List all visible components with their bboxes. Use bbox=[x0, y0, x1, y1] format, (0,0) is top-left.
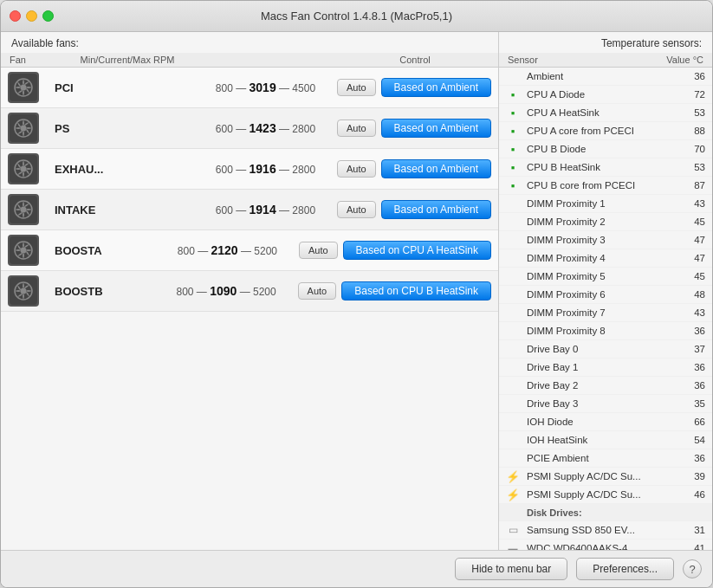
sensor-icon bbox=[506, 342, 520, 356]
fan-auto-button[interactable]: Auto bbox=[299, 242, 338, 259]
sensor-row[interactable]: IOH Diode66 bbox=[499, 413, 712, 431]
fan-auto-button[interactable]: Auto bbox=[337, 79, 376, 96]
fan-name: PCI bbox=[51, 81, 194, 94]
sensor-name: DIMM Proximity 1 bbox=[527, 198, 662, 209]
window-controls bbox=[10, 10, 54, 22]
preferences-button[interactable]: Preferences... bbox=[576, 558, 674, 580]
sensor-name: DIMM Proximity 8 bbox=[527, 326, 662, 336]
disk-row[interactable]: ▭Samsung SSD 850 EV...31 bbox=[499, 521, 712, 540]
chip-icon: ▪ bbox=[511, 88, 515, 101]
sensor-name: PSMI Supply AC/DC Su... bbox=[527, 489, 662, 500]
sensor-row[interactable]: DIMM Proximity 648 bbox=[499, 286, 712, 304]
fan-control: AutoBased on Ambient bbox=[337, 200, 491, 219]
help-button[interactable]: ? bbox=[683, 559, 702, 578]
sensor-row[interactable]: ▪CPU B Diode70 bbox=[499, 140, 712, 158]
sensor-icon bbox=[506, 269, 520, 283]
sensor-row[interactable]: IOH HeatSink54 bbox=[499, 431, 712, 449]
sensor-value: 36 bbox=[662, 380, 705, 391]
sensor-row[interactable]: ▪CPU B HeatSink53 bbox=[499, 158, 712, 177]
temp-table-header: Sensor Value °C bbox=[499, 53, 712, 68]
fan-rpm: 600 — 1914 — 2800 bbox=[194, 203, 337, 216]
app-window: Macs Fan Control 1.4.8.1 (MacPro5,1) Ava… bbox=[0, 0, 713, 588]
sensor-name: Drive Bay 1 bbox=[527, 362, 662, 372]
temp-section-header: Temperature sensors: bbox=[499, 32, 712, 53]
sensor-name: CPU B HeatSink bbox=[527, 162, 662, 172]
sensor-row[interactable]: DIMM Proximity 245 bbox=[499, 213, 712, 231]
fan-control-button[interactable]: Based on Ambient bbox=[381, 159, 491, 178]
chip-icon: ▪ bbox=[511, 143, 515, 156]
fan-row: INTAKE600 — 1914 — 2800AutoBased on Ambi… bbox=[1, 190, 498, 230]
fan-control: AutoBased on Ambient bbox=[337, 159, 491, 178]
sensor-row[interactable]: DIMM Proximity 743 bbox=[499, 304, 712, 322]
hide-to-menu-bar-button[interactable]: Hide to menu bar bbox=[455, 558, 567, 580]
sensor-icon bbox=[506, 360, 520, 374]
fan-auto-button[interactable]: Auto bbox=[337, 201, 376, 218]
sensor-row[interactable]: DIMM Proximity 143 bbox=[499, 195, 712, 213]
sensor-name: DIMM Proximity 5 bbox=[527, 271, 662, 281]
fan-auto-button[interactable]: Auto bbox=[337, 160, 376, 178]
sensor-value: 47 bbox=[662, 253, 705, 263]
sensor-row[interactable]: ▪CPU B core from PCECI87 bbox=[499, 177, 712, 195]
fan-control-button[interactable]: Based on Ambient bbox=[381, 200, 491, 219]
sensor-value: 66 bbox=[662, 417, 705, 427]
sensor-icon bbox=[506, 451, 520, 465]
sensor-name: PCIE Ambient bbox=[527, 453, 662, 463]
sensor-value: 88 bbox=[662, 126, 705, 136]
sensor-row[interactable]: ▪CPU A core from PCECI88 bbox=[499, 122, 712, 140]
col-value-header: Value °C bbox=[651, 55, 703, 65]
sensor-name: Drive Bay 3 bbox=[527, 398, 662, 409]
fan-auto-button[interactable]: Auto bbox=[298, 282, 337, 300]
disk-row[interactable]: ▬WDC WD6400AAKS-4...41 bbox=[499, 540, 712, 550]
sensor-row[interactable]: DIMM Proximity 347 bbox=[499, 231, 712, 249]
sensor-name: Ambient bbox=[527, 71, 662, 81]
sensor-name: IOH Diode bbox=[527, 417, 662, 427]
sensor-row[interactable]: ▪CPU A HeatSink53 bbox=[499, 104, 712, 122]
left-panel: Available fans: Fan Min/Current/Max RPM … bbox=[1, 32, 499, 550]
sensor-value: 53 bbox=[662, 162, 705, 172]
sensor-row[interactable]: ⚡PSMI Supply AC/DC Su...46 bbox=[499, 486, 712, 504]
chip-icon: ▪ bbox=[511, 161, 515, 174]
fan-control-button[interactable]: Based on CPU A HeatSink bbox=[343, 241, 491, 260]
fan-row: PS600 — 1423 — 2800AutoBased on Ambient bbox=[1, 108, 498, 149]
fan-icon bbox=[8, 235, 39, 266]
chip-icon: ▪ bbox=[511, 125, 515, 138]
sensor-row[interactable]: Ambient36 bbox=[499, 68, 712, 86]
sensor-value: 36 bbox=[662, 453, 705, 463]
fan-icon bbox=[8, 72, 39, 103]
sensor-name: CPU A Diode bbox=[527, 89, 662, 100]
sensor-row[interactable]: Drive Bay 236 bbox=[499, 377, 712, 395]
fans-table-header: Fan Min/Current/Max RPM Control bbox=[1, 53, 498, 68]
sensor-row[interactable]: PCIE Ambient36 bbox=[499, 449, 712, 468]
sensor-icon bbox=[506, 288, 520, 301]
sensor-icon: ▪ bbox=[506, 87, 520, 101]
sensor-name: PSMI Supply AC/DC Su... bbox=[527, 471, 662, 481]
sensor-name: DIMM Proximity 6 bbox=[527, 289, 662, 300]
close-button[interactable] bbox=[10, 10, 21, 22]
fan-control-button[interactable]: Based on Ambient bbox=[381, 119, 491, 138]
fan-name: EXHAU... bbox=[51, 163, 194, 176]
sensor-row[interactable]: ⚡PSMI Supply AC/DC Su...39 bbox=[499, 468, 712, 486]
sensor-icon bbox=[506, 215, 520, 229]
chip-icon: ▪ bbox=[511, 179, 515, 192]
sensor-icon: ▪ bbox=[506, 160, 520, 174]
sensor-row[interactable]: Drive Bay 037 bbox=[499, 340, 712, 359]
minimize-button[interactable] bbox=[26, 10, 37, 22]
sensor-icon bbox=[506, 233, 520, 247]
sensor-row[interactable]: DIMM Proximity 545 bbox=[499, 268, 712, 286]
sensor-row[interactable]: DIMM Proximity 447 bbox=[499, 249, 712, 268]
fan-control-button[interactable]: Based on Ambient bbox=[381, 78, 491, 97]
fan-auto-button[interactable]: Auto bbox=[337, 120, 376, 137]
sensor-row[interactable]: Drive Bay 136 bbox=[499, 359, 712, 377]
titlebar: Macs Fan Control 1.4.8.1 (MacPro5,1) bbox=[1, 1, 712, 32]
sensor-row[interactable]: ▪CPU A Diode72 bbox=[499, 86, 712, 104]
fan-control-button[interactable]: Based on CPU B HeatSink bbox=[341, 281, 491, 300]
col-fan: Fan bbox=[10, 55, 53, 65]
sensor-icon: ▪ bbox=[506, 106, 520, 120]
sensor-row[interactable]: Drive Bay 335 bbox=[499, 395, 712, 413]
maximize-button[interactable] bbox=[42, 10, 54, 22]
sensor-value: 43 bbox=[662, 198, 705, 209]
svg-point-14 bbox=[21, 248, 27, 254]
sensor-icon bbox=[506, 378, 520, 392]
sensor-row[interactable]: DIMM Proximity 836 bbox=[499, 322, 712, 340]
fan-icon bbox=[8, 275, 39, 307]
